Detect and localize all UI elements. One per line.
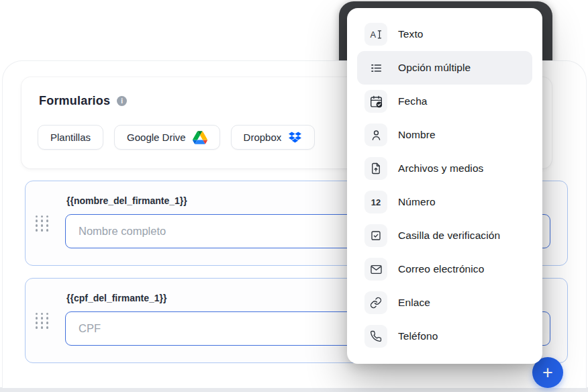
plus-icon: +	[542, 364, 553, 382]
text-cursor-icon: A	[364, 23, 387, 46]
drag-handle-icon[interactable]	[36, 215, 48, 231]
dropbox-button[interactable]: Dropbox	[231, 125, 315, 150]
menu-item-telefono[interactable]: Teléfono	[357, 320, 532, 353]
menu-item-numero[interactable]: 12 Número	[357, 185, 532, 219]
plantillas-button[interactable]: Plantillas	[38, 125, 103, 150]
menu-item-label: Casilla de verificación	[398, 230, 500, 242]
google-drive-button[interactable]: Google Drive	[114, 125, 220, 150]
menu-item-archivos[interactable]: Archivos y medios	[357, 152, 532, 185]
menu-item-label: Texto	[398, 28, 424, 40]
field-type-dropdown: A Texto Opción múltiple	[347, 8, 542, 364]
menu-item-label: Enlace	[398, 297, 430, 309]
field-variable-label: {{nombre_del_firmante_1}}	[66, 195, 187, 206]
screenshot-stage: Formularios i Plantillas Google Drive	[0, 0, 588, 392]
number-icon: 12	[364, 191, 387, 213]
link-icon	[364, 291, 387, 314]
source-buttons-row: Plantillas Google Drive	[38, 125, 315, 150]
phone-icon	[364, 325, 387, 348]
menu-item-label: Nombre	[398, 129, 436, 141]
field-variable-label: {{cpf_del_firmante_1}}	[66, 293, 166, 303]
menu-item-label: Teléfono	[398, 330, 438, 342]
menu-item-casilla[interactable]: Casilla de verificación	[357, 219, 532, 252]
menu-item-label: Fecha	[398, 95, 428, 107]
user-icon	[364, 124, 387, 146]
background-strip	[0, 387, 588, 392]
menu-item-label: Archivos y medios	[398, 162, 483, 175]
menu-item-texto[interactable]: A Texto	[357, 17, 532, 51]
list-icon	[364, 56, 387, 79]
checkbox-icon	[364, 224, 387, 247]
page-title-text: Formularios	[39, 94, 110, 108]
menu-item-opcion-multiple[interactable]: Opción múltiple	[357, 51, 532, 85]
svg-text:A: A	[370, 30, 376, 40]
calendar-check-icon	[364, 90, 387, 113]
google-drive-icon	[193, 131, 207, 144]
file-upload-icon	[364, 157, 387, 180]
drag-handle-icon[interactable]	[36, 312, 48, 328]
menu-item-nombre[interactable]: Nombre	[357, 118, 532, 152]
menu-item-label: Correo electrónico	[398, 263, 484, 275]
page-title: Formularios i	[39, 94, 127, 108]
plantillas-button-label: Plantillas	[50, 132, 91, 143]
menu-item-correo[interactable]: Correo electrónico	[357, 252, 532, 286]
dropbox-icon	[288, 131, 302, 144]
info-icon[interactable]: i	[117, 96, 127, 106]
google-drive-button-label: Google Drive	[127, 132, 186, 143]
menu-item-fecha[interactable]: Fecha	[357, 85, 532, 118]
mail-icon	[364, 258, 387, 281]
menu-item-enlace[interactable]: Enlace	[357, 286, 532, 320]
menu-item-label: Opción múltiple	[398, 62, 471, 74]
menu-item-label: Número	[398, 196, 436, 208]
dropbox-button-label: Dropbox	[244, 132, 282, 143]
